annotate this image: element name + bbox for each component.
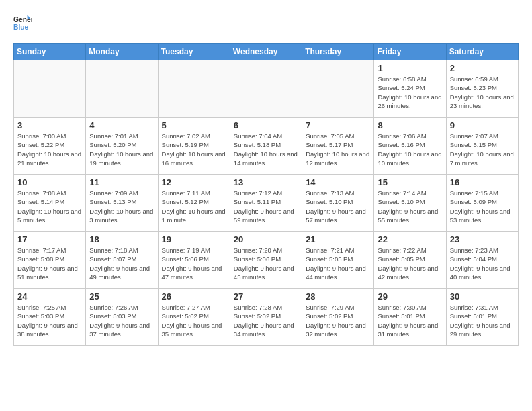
day-info: Sunrise: 7:22 AM Sunset: 5:05 PM Dayligh…: [378, 246, 442, 281]
calendar-cell: 25Sunrise: 7:26 AM Sunset: 5:03 PM Dayli…: [86, 289, 158, 346]
day-number: 10: [17, 177, 82, 187]
day-number: 9: [450, 120, 515, 130]
calendar-cell: 30Sunrise: 7:31 AM Sunset: 5:01 PM Dayli…: [446, 289, 518, 346]
calendar-cell: 13Sunrise: 7:12 AM Sunset: 5:11 PM Dayli…: [230, 175, 302, 232]
day-info: Sunrise: 6:58 AM Sunset: 5:24 PM Dayligh…: [378, 75, 442, 110]
calendar-week-row: 17Sunrise: 7:17 AM Sunset: 5:08 PM Dayli…: [14, 232, 519, 289]
day-info: Sunrise: 7:30 AM Sunset: 5:01 PM Dayligh…: [378, 303, 442, 338]
calendar-cell: 9Sunrise: 7:07 AM Sunset: 5:15 PM Daylig…: [446, 118, 518, 175]
calendar-cell: 18Sunrise: 7:18 AM Sunset: 5:07 PM Dayli…: [86, 232, 158, 289]
calendar-cell: [302, 60, 374, 118]
day-info: Sunrise: 7:21 AM Sunset: 5:05 PM Dayligh…: [306, 246, 370, 281]
calendar-cell: 1Sunrise: 6:58 AM Sunset: 5:24 PM Daylig…: [374, 60, 446, 118]
day-number: 5: [162, 120, 226, 130]
calendar-cell: 2Sunrise: 6:59 AM Sunset: 5:23 PM Daylig…: [446, 60, 518, 118]
calendar-cell: 6Sunrise: 7:04 AM Sunset: 5:18 PM Daylig…: [230, 118, 302, 175]
calendar-cell: 12Sunrise: 7:11 AM Sunset: 5:12 PM Dayli…: [158, 175, 230, 232]
day-info: Sunrise: 7:13 AM Sunset: 5:10 PM Dayligh…: [306, 189, 370, 224]
calendar-cell: 19Sunrise: 7:19 AM Sunset: 5:06 PM Dayli…: [158, 232, 230, 289]
calendar-cell: 29Sunrise: 7:30 AM Sunset: 5:01 PM Dayli…: [374, 289, 446, 346]
calendar-header-wednesday: Wednesday: [230, 44, 302, 60]
svg-text:Blue: Blue: [13, 24, 29, 31]
calendar-header-saturday: Saturday: [446, 44, 518, 60]
day-number: 3: [17, 120, 82, 130]
calendar-cell: 28Sunrise: 7:29 AM Sunset: 5:02 PM Dayli…: [302, 289, 374, 346]
calendar-cell: [14, 60, 86, 118]
day-number: 19: [162, 234, 226, 244]
calendar-table: SundayMondayTuesdayWednesdayThursdayFrid…: [13, 43, 519, 346]
calendar-cell: 5Sunrise: 7:02 AM Sunset: 5:19 PM Daylig…: [158, 118, 230, 175]
day-number: 25: [89, 291, 154, 302]
day-info: Sunrise: 7:23 AM Sunset: 5:04 PM Dayligh…: [450, 246, 515, 281]
day-number: 8: [378, 120, 442, 130]
day-number: 14: [306, 177, 370, 187]
day-info: Sunrise: 7:25 AM Sunset: 5:03 PM Dayligh…: [17, 303, 82, 338]
day-info: Sunrise: 7:11 AM Sunset: 5:12 PM Dayligh…: [162, 189, 226, 224]
day-number: 24: [17, 291, 82, 302]
calendar-cell: 11Sunrise: 7:09 AM Sunset: 5:13 PM Dayli…: [86, 175, 158, 232]
logo: General Blue: [13, 13, 35, 32]
day-number: 4: [89, 120, 154, 130]
day-info: Sunrise: 7:28 AM Sunset: 5:02 PM Dayligh…: [234, 303, 298, 338]
day-info: Sunrise: 7:04 AM Sunset: 5:18 PM Dayligh…: [234, 132, 298, 167]
calendar-cell: 24Sunrise: 7:25 AM Sunset: 5:03 PM Dayli…: [14, 289, 86, 346]
calendar-cell: 7Sunrise: 7:05 AM Sunset: 5:17 PM Daylig…: [302, 118, 374, 175]
calendar-header-friday: Friday: [374, 44, 446, 60]
day-info: Sunrise: 7:02 AM Sunset: 5:19 PM Dayligh…: [162, 132, 226, 167]
calendar-header-row: SundayMondayTuesdayWednesdayThursdayFrid…: [14, 44, 519, 60]
calendar-cell: [158, 60, 230, 118]
calendar-header-monday: Monday: [86, 44, 158, 60]
calendar-cell: 3Sunrise: 7:00 AM Sunset: 5:22 PM Daylig…: [14, 118, 86, 175]
day-number: 30: [450, 291, 515, 302]
calendar-header-tuesday: Tuesday: [158, 44, 230, 60]
day-number: 22: [378, 234, 442, 244]
day-number: 27: [234, 291, 298, 302]
day-info: Sunrise: 7:00 AM Sunset: 5:22 PM Dayligh…: [17, 132, 82, 167]
day-info: Sunrise: 7:17 AM Sunset: 5:08 PM Dayligh…: [17, 246, 82, 281]
calendar-header-thursday: Thursday: [302, 44, 374, 60]
day-number: 11: [89, 177, 154, 187]
calendar-cell: 20Sunrise: 7:20 AM Sunset: 5:06 PM Dayli…: [230, 232, 302, 289]
calendar-cell: 4Sunrise: 7:01 AM Sunset: 5:20 PM Daylig…: [86, 118, 158, 175]
calendar-cell: 23Sunrise: 7:23 AM Sunset: 5:04 PM Dayli…: [446, 232, 518, 289]
day-info: Sunrise: 7:18 AM Sunset: 5:07 PM Dayligh…: [89, 246, 154, 281]
day-info: Sunrise: 7:14 AM Sunset: 5:10 PM Dayligh…: [378, 189, 442, 224]
day-number: 2: [450, 63, 515, 73]
day-number: 21: [306, 234, 370, 244]
day-info: Sunrise: 7:01 AM Sunset: 5:20 PM Dayligh…: [89, 132, 154, 167]
day-info: Sunrise: 7:08 AM Sunset: 5:14 PM Dayligh…: [17, 189, 82, 224]
svg-text:General: General: [13, 16, 32, 24]
day-number: 26: [162, 291, 226, 302]
calendar-cell: 8Sunrise: 7:06 AM Sunset: 5:16 PM Daylig…: [374, 118, 446, 175]
day-info: Sunrise: 7:09 AM Sunset: 5:13 PM Dayligh…: [89, 189, 154, 224]
calendar-week-row: 24Sunrise: 7:25 AM Sunset: 5:03 PM Dayli…: [14, 289, 519, 346]
calendar-cell: 15Sunrise: 7:14 AM Sunset: 5:10 PM Dayli…: [374, 175, 446, 232]
day-number: 13: [234, 177, 298, 187]
day-info: Sunrise: 7:05 AM Sunset: 5:17 PM Dayligh…: [306, 132, 370, 167]
calendar-cell: 26Sunrise: 7:27 AM Sunset: 5:02 PM Dayli…: [158, 289, 230, 346]
day-number: 20: [234, 234, 298, 244]
calendar-week-row: 1Sunrise: 6:58 AM Sunset: 5:24 PM Daylig…: [14, 60, 519, 118]
day-number: 18: [89, 234, 154, 244]
calendar-cell: 16Sunrise: 7:15 AM Sunset: 5:09 PM Dayli…: [446, 175, 518, 232]
calendar-cell: 14Sunrise: 7:13 AM Sunset: 5:10 PM Dayli…: [302, 175, 374, 232]
calendar-cell: [86, 60, 158, 118]
day-info: Sunrise: 7:26 AM Sunset: 5:03 PM Dayligh…: [89, 303, 154, 338]
calendar-cell: 17Sunrise: 7:17 AM Sunset: 5:08 PM Dayli…: [14, 232, 86, 289]
calendar-header-sunday: Sunday: [14, 44, 86, 60]
day-info: Sunrise: 7:20 AM Sunset: 5:06 PM Dayligh…: [234, 246, 298, 281]
day-info: Sunrise: 7:19 AM Sunset: 5:06 PM Dayligh…: [162, 246, 226, 281]
calendar-cell: 27Sunrise: 7:28 AM Sunset: 5:02 PM Dayli…: [230, 289, 302, 346]
calendar-cell: 10Sunrise: 7:08 AM Sunset: 5:14 PM Dayli…: [14, 175, 86, 232]
logo-icon: General Blue: [13, 13, 32, 32]
calendar-week-row: 10Sunrise: 7:08 AM Sunset: 5:14 PM Dayli…: [14, 175, 519, 232]
day-number: 6: [234, 120, 298, 130]
day-info: Sunrise: 6:59 AM Sunset: 5:23 PM Dayligh…: [450, 75, 515, 110]
day-info: Sunrise: 7:06 AM Sunset: 5:16 PM Dayligh…: [378, 132, 442, 167]
calendar-cell: 22Sunrise: 7:22 AM Sunset: 5:05 PM Dayli…: [374, 232, 446, 289]
calendar-cell: [230, 60, 302, 118]
day-info: Sunrise: 7:27 AM Sunset: 5:02 PM Dayligh…: [162, 303, 226, 338]
day-number: 23: [450, 234, 515, 244]
day-info: Sunrise: 7:07 AM Sunset: 5:15 PM Dayligh…: [450, 132, 515, 167]
day-number: 1: [378, 63, 442, 73]
